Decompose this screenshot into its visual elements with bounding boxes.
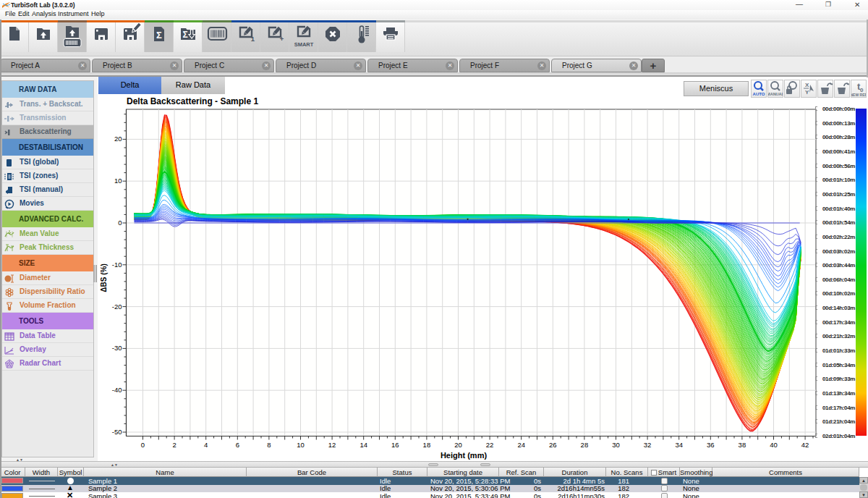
svg-text:+: + <box>280 35 284 43</box>
svg-text:38: 38 <box>739 441 746 449</box>
svg-text:22: 22 <box>486 441 494 449</box>
svg-text:12: 12 <box>328 441 336 449</box>
svg-text:1: 1 <box>251 35 255 43</box>
svg-text:ΔBS (%): ΔBS (%) <box>100 263 108 292</box>
svg-text:-40: -40 <box>112 386 122 394</box>
svg-text:40: 40 <box>770 441 778 449</box>
svg-text:-30: -30 <box>112 344 122 352</box>
svg-text:-10: -10 <box>112 261 122 269</box>
svg-text:SMART: SMART <box>294 41 314 48</box>
svg-text:28: 28 <box>581 441 589 449</box>
svg-text:14: 14 <box>359 441 367 449</box>
svg-text:20: 20 <box>454 441 462 449</box>
svg-text:6: 6 <box>236 441 239 449</box>
svg-text:Σ: Σ <box>156 30 162 41</box>
svg-text:-20: -20 <box>112 303 122 311</box>
svg-text:30: 30 <box>612 441 620 449</box>
svg-text:2: 2 <box>172 441 176 449</box>
svg-text:MANUAL: MANUAL <box>768 92 783 96</box>
svg-text:10: 10 <box>114 177 122 185</box>
svg-text:0: 0 <box>118 219 122 227</box>
svg-text:4: 4 <box>204 441 208 449</box>
svg-text:Height (mm): Height (mm) <box>441 451 488 460</box>
svg-text:NEW REF: NEW REF <box>851 93 866 97</box>
svg-text:34: 34 <box>675 441 683 449</box>
svg-text:24: 24 <box>517 441 525 449</box>
svg-text:AUTO: AUTO <box>753 92 765 96</box>
svg-text:Σ: Σ <box>182 30 187 40</box>
svg-text:26: 26 <box>549 441 557 449</box>
svg-text:Y: Y <box>805 89 809 96</box>
svg-text:10: 10 <box>297 441 305 449</box>
svg-text:18: 18 <box>423 441 431 449</box>
svg-text:20: 20 <box>114 135 122 143</box>
svg-text:8: 8 <box>267 441 271 449</box>
svg-text:X: X <box>805 82 809 88</box>
svg-text:0: 0 <box>141 441 145 449</box>
svg-text:32: 32 <box>644 441 652 449</box>
svg-text:36: 36 <box>707 441 715 449</box>
svg-text:16: 16 <box>391 441 399 449</box>
svg-text:42: 42 <box>801 441 809 449</box>
svg-text:-50: -50 <box>112 428 122 436</box>
